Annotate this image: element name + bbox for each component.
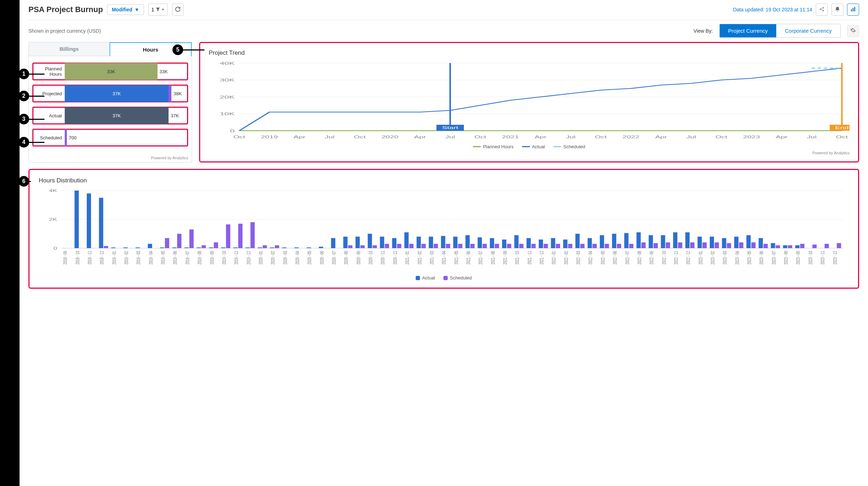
svg-text:Jul: Jul [325, 135, 334, 139]
svg-rect-186 [600, 235, 604, 248]
svg-rect-201 [661, 235, 665, 248]
svg-text:2023 - 06: 2023 - 06 [758, 251, 765, 265]
svg-text:2019 - 05: 2019 - 05 [160, 251, 166, 265]
svg-rect-184 [592, 244, 597, 248]
svg-text:2022 - 08: 2022 - 08 [636, 251, 642, 265]
svg-rect-171 [539, 240, 543, 248]
svg-text:2023: 2023 [743, 135, 760, 139]
modified-dropdown[interactable]: Modified ▼ [107, 4, 144, 15]
svg-text:2020 - 06: 2020 - 06 [319, 251, 325, 265]
svg-text:Jul: Jul [807, 135, 816, 139]
analytics-button[interactable] [847, 4, 859, 16]
svg-text:2022 - 02: 2022 - 02 [563, 251, 569, 265]
svg-rect-208 [690, 242, 694, 248]
dist-legend: Actual Scheduled [39, 275, 849, 281]
svg-rect-141 [416, 237, 421, 248]
bar-chart-icon [850, 6, 856, 13]
trend-legend: Planned Hours Actual Scheduled [209, 144, 850, 149]
svg-line-3 [821, 8, 822, 9]
tab-billings[interactable]: Billings [29, 42, 110, 56]
svg-text:2018 - 11: 2018 - 11 [87, 251, 93, 265]
svg-text:Oct: Oct [595, 135, 607, 139]
svg-text:2022 - 03: 2022 - 03 [575, 251, 581, 265]
svg-text:2019 - 07: 2019 - 07 [184, 251, 190, 265]
svg-rect-217 [727, 243, 731, 248]
svg-text:Oct: Oct [715, 135, 728, 139]
svg-rect-81 [172, 247, 176, 248]
share-button[interactable] [816, 4, 828, 16]
svg-rect-222 [746, 235, 751, 248]
svg-rect-189 [612, 234, 616, 249]
settings-button[interactable] [847, 25, 859, 37]
svg-text:2020 - 01: 2020 - 01 [257, 251, 263, 265]
svg-text:0: 0 [230, 128, 235, 133]
svg-text:Jul: Jul [686, 135, 696, 139]
callout-4: 4 [18, 137, 29, 148]
notifications-button[interactable] [831, 4, 843, 16]
svg-rect-159 [490, 238, 494, 248]
svg-text:2023 - 04: 2023 - 04 [734, 251, 740, 265]
bar-row-scheduled: Scheduled700 [32, 129, 188, 146]
svg-rect-183 [587, 238, 592, 248]
svg-text:2020 - 04: 2020 - 04 [294, 251, 300, 265]
svg-rect-174 [551, 238, 555, 248]
bar-value: 37K [171, 113, 179, 118]
svg-rect-229 [776, 245, 780, 248]
svg-text:2022: 2022 [623, 135, 640, 139]
svg-rect-150 [453, 237, 458, 248]
svg-rect-135 [392, 238, 396, 248]
bar-fill: 33K [65, 63, 158, 80]
svg-rect-202 [666, 242, 670, 248]
svg-rect-60 [87, 193, 91, 248]
svg-rect-144 [429, 237, 433, 248]
svg-rect-220 [739, 242, 743, 248]
svg-rect-88 [202, 245, 206, 248]
svg-rect-180 [575, 234, 580, 249]
svg-text:Oct: Oct [836, 135, 848, 139]
svg-rect-181 [580, 244, 585, 248]
bar-label: Planned Hours [33, 66, 65, 77]
svg-rect-228 [771, 243, 775, 248]
svg-text:2020: 2020 [382, 135, 399, 139]
svg-rect-124 [348, 245, 352, 248]
svg-text:2023 - 10: 2023 - 10 [807, 251, 813, 265]
svg-rect-69 [123, 247, 128, 248]
svg-rect-114 [307, 247, 311, 248]
filter-button[interactable]: 1 ▼ [148, 4, 168, 16]
svg-text:2019: 2019 [261, 135, 278, 139]
svg-rect-232 [788, 245, 792, 248]
svg-rect-139 [409, 244, 414, 248]
project-trend-title: Project Trend [209, 49, 850, 57]
viewby-segmented: Project Currency Corporate Currency [719, 24, 841, 38]
svg-text:2020 - 07: 2020 - 07 [331, 251, 337, 265]
svg-text:2020 - 12: 2020 - 12 [392, 251, 398, 265]
svg-rect-151 [458, 244, 462, 248]
svg-rect-166 [519, 244, 523, 248]
hours-summary-card: Billings Hours Planned Hours33K33KProjec… [28, 42, 192, 162]
svg-rect-205 [678, 242, 682, 248]
svg-text:Apr: Apr [655, 135, 667, 139]
svg-text:2021: 2021 [502, 135, 519, 139]
tab-corporate-currency[interactable]: Corporate Currency [776, 24, 840, 37]
bar-row-planned: Planned Hours33K33K [32, 63, 188, 80]
svg-text:2019 - 01: 2019 - 01 [111, 251, 117, 265]
svg-rect-219 [734, 237, 739, 248]
svg-rect-117 [319, 247, 323, 248]
svg-text:2019 - 09: 2019 - 09 [209, 251, 215, 265]
bar-cap [65, 129, 67, 146]
svg-rect-147 [441, 236, 445, 248]
svg-rect-78 [160, 247, 164, 248]
svg-rect-193 [629, 244, 633, 248]
svg-text:2022 - 11: 2022 - 11 [673, 251, 679, 265]
refresh-button[interactable] [172, 4, 183, 16]
svg-rect-211 [702, 242, 707, 248]
currency-note: Shown in project currency (USD) [28, 28, 101, 34]
bar-fill: 37K [65, 85, 169, 102]
svg-text:2021 - 03: 2021 - 03 [428, 251, 435, 265]
svg-rect-214 [715, 242, 719, 248]
svg-text:2019 - 11: 2019 - 11 [233, 251, 239, 265]
tab-project-currency[interactable]: Project Currency [720, 24, 777, 37]
svg-rect-145 [434, 244, 438, 248]
svg-rect-154 [470, 244, 475, 248]
svg-text:2023 - 07: 2023 - 07 [771, 251, 777, 265]
